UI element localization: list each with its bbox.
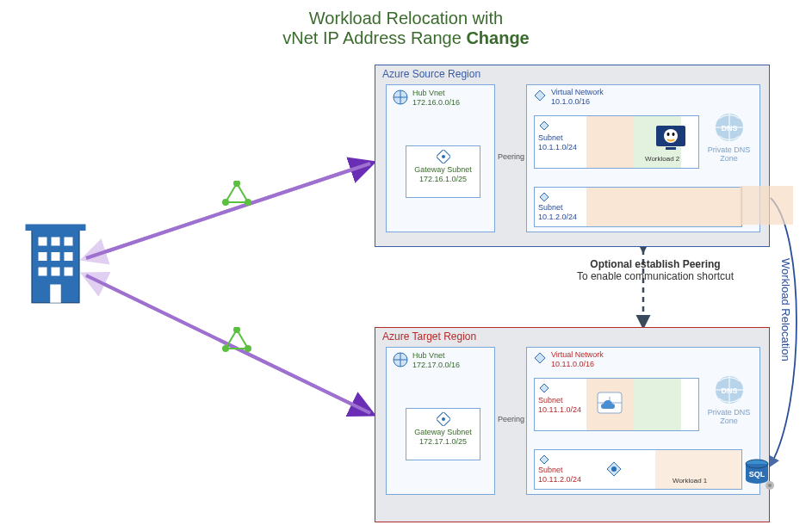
- azure-target-region: Azure Target Region Hub Vnet 172.17.0.0/…: [375, 327, 770, 522]
- source-subnet-1: Subnet 10.1.1.0/24 Workload 2: [534, 115, 699, 169]
- optional-peering-header: Optional establish Peering: [590, 258, 720, 270]
- target-sub1-cidr: 10.11.1.0/24: [538, 405, 581, 414]
- azure-source-region: Azure Source Region Hub Vnet 172.16.0.0/…: [375, 65, 770, 247]
- overlay-zone-a: [740, 186, 793, 225]
- title-line1: Workload Relocation with: [309, 9, 503, 28]
- source-hub-vnet: Hub Vnet 172.16.0.0/16 Gateway Subnet 17…: [386, 84, 495, 232]
- target-vnet-label: Virtual Network: [551, 350, 604, 359]
- overlay-zone-a: [586, 116, 634, 168]
- svg-point-13: [245, 199, 251, 206]
- target-sub2-label: Subnet: [538, 466, 563, 474]
- svg-rect-9: [52, 268, 60, 276]
- building-icon: [23, 222, 88, 312]
- mesh-icon: [222, 181, 251, 213]
- vm-linux-icon: [655, 125, 686, 154]
- source-subnet-2: Subnet 10.1.2.0/24: [534, 187, 742, 227]
- svg-rect-22: [666, 147, 676, 150]
- svg-point-14: [222, 199, 229, 206]
- target-gw-cidr: 172.17.1.0/25: [419, 437, 467, 446]
- svg-rect-8: [39, 268, 47, 276]
- svg-point-30: [442, 417, 445, 421]
- vnet-icon: [392, 351, 409, 372]
- diagram-title: Workload Relocation with vNet IP Address…: [0, 9, 812, 48]
- target-sub2-cidr: 10.11.2.0/24: [538, 475, 581, 484]
- svg-rect-4: [65, 238, 73, 246]
- source-sub2-label: Subnet: [538, 203, 563, 212]
- target-hub-cidr: 172.17.0.0/16: [412, 361, 460, 369]
- diagram-canvas: Workload Relocation with vNet IP Address…: [0, 0, 812, 531]
- source-dns-label: Private DNS Zone: [705, 145, 753, 163]
- svg-point-32: [611, 466, 617, 472]
- target-sub1-label: Subnet: [538, 396, 563, 404]
- svg-rect-6: [52, 252, 60, 261]
- workload1-label: Workload 1: [673, 476, 707, 485]
- target-subnet-1: Subnet 10.11.1.0/24: [534, 378, 699, 431]
- svg-text:DNS: DNS: [721, 386, 737, 395]
- optional-peering-text: Optional establish Peering To enable com…: [573, 258, 737, 282]
- target-hub-label: Hub Vnet: [412, 351, 445, 360]
- source-sub1-cidr: 10.1.1.0/24: [538, 143, 577, 151]
- source-header: Azure Source Region: [382, 68, 480, 80]
- svg-rect-11: [50, 285, 61, 303]
- vnet-icon: [532, 88, 548, 107]
- target-vnet-cidr: 10.11.0.0/16: [551, 360, 594, 368]
- cloud-icon: [597, 392, 623, 417]
- svg-point-24: [667, 133, 670, 136]
- source-gw-cidr: 172.16.1.0/25: [419, 175, 467, 183]
- source-sub1-label: Subnet: [538, 133, 563, 142]
- overlay-zone-a: [586, 188, 741, 226]
- mesh-icon: [222, 327, 251, 360]
- svg-rect-10: [65, 268, 73, 276]
- source-gateway-subnet: Gateway Subnet 172.16.1.0/25: [406, 145, 480, 198]
- svg-point-16: [245, 345, 251, 352]
- target-gw-label: Gateway Subnet: [414, 428, 472, 436]
- source-sub2-cidr: 10.1.2.0/24: [538, 213, 577, 221]
- svg-rect-7: [65, 252, 73, 261]
- peering-label-target: Peering: [498, 415, 524, 423]
- target-gateway-subnet: Gateway Subnet 172.17.1.0/25: [406, 408, 480, 460]
- source-virtual-network: Virtual Network 10.1.0.0/16 Subnet 10.1.…: [526, 84, 760, 232]
- source-vnet-cidr: 10.1.0.0/16: [551, 97, 590, 106]
- peering-label-source: Peering: [498, 152, 524, 161]
- vnet-icon: [532, 350, 548, 369]
- svg-point-17: [222, 345, 229, 352]
- svg-point-39: [768, 484, 772, 487]
- svg-rect-3: [52, 238, 60, 246]
- target-virtual-network: Virtual Network 10.11.0.0/16 Subnet 10.1…: [526, 347, 760, 495]
- svg-rect-1: [26, 225, 86, 232]
- workload-relocation-label: Workload Relocation: [779, 258, 792, 361]
- svg-point-20: [442, 155, 445, 158]
- optional-peering-body: To enable communication shortcut: [577, 270, 734, 282]
- private-dns-zone: DNS Private DNS Zone: [705, 111, 753, 163]
- svg-rect-2: [39, 238, 47, 246]
- source-vnet-label: Virtual Network: [551, 88, 604, 96]
- svg-text:SQL: SQL: [749, 470, 766, 479]
- private-dns-zone: DNS Private DNS Zone: [705, 374, 753, 425]
- target-hub-vnet: Hub Vnet 172.17.0.0/16 Gateway Subnet 17…: [386, 347, 495, 495]
- overlay-zone-b: [634, 379, 681, 430]
- private-endpoint-icon: [604, 459, 624, 483]
- source-hub-label: Hub Vnet: [412, 89, 445, 97]
- svg-text:DNS: DNS: [721, 124, 737, 133]
- title-line2-prefix: vNet IP Address Range: [282, 28, 466, 47]
- vnet-icon: [392, 89, 409, 109]
- sql-icon: SQL: [741, 456, 777, 496]
- title-line2-bold: Change: [466, 28, 529, 47]
- target-header: Azure Target Region: [382, 330, 476, 343]
- svg-rect-5: [39, 252, 47, 261]
- target-dns-label: Private DNS Zone: [705, 408, 753, 425]
- target-subnet-2: Subnet 10.11.2.0/24 Workload 1: [534, 449, 742, 490]
- source-hub-cidr: 172.16.0.0/16: [412, 98, 460, 107]
- svg-point-25: [673, 133, 675, 136]
- workload2-label: Workload 2: [645, 154, 679, 164]
- source-gw-label: Gateway Subnet: [414, 165, 472, 174]
